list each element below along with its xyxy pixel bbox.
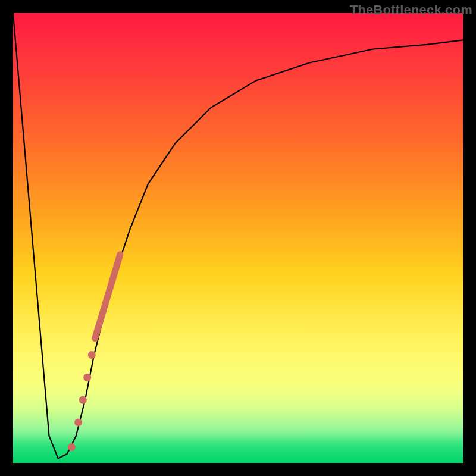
- svg-point-5: [88, 351, 96, 359]
- marker-band: [91, 250, 124, 342]
- chart-frame: TheBottleneck.com: [0, 0, 476, 476]
- chart-svg: [13, 13, 463, 463]
- svg-point-1: [68, 443, 76, 451]
- chart-plot-area: [13, 13, 463, 463]
- svg-point-3: [79, 396, 87, 404]
- bottleneck-curve: [13, 13, 463, 458]
- svg-point-4: [83, 374, 91, 381]
- watermark: TheBottleneck.com: [350, 2, 472, 18]
- svg-rect-0: [91, 250, 124, 342]
- svg-point-2: [74, 419, 82, 427]
